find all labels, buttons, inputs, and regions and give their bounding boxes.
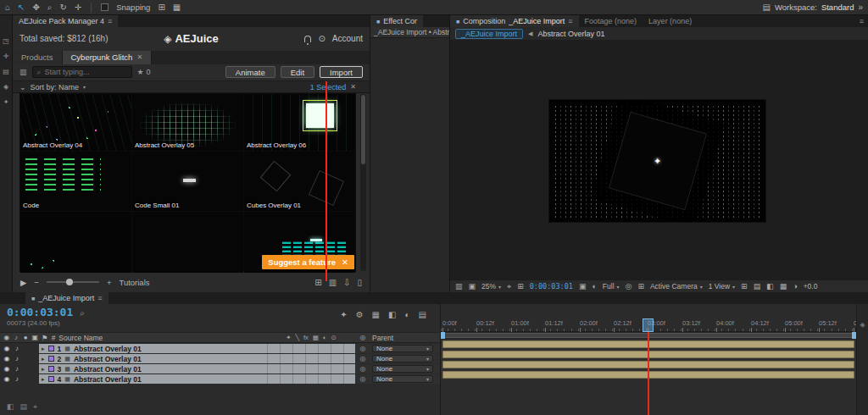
- magnification-dropdown[interactable]: 25% ▾: [481, 282, 501, 290]
- video-eye-icon[interactable]: ◉: [3, 365, 11, 373]
- work-area-bar[interactable]: [441, 332, 868, 339]
- dock-panel-icon[interactable]: ✦: [3, 98, 9, 106]
- exposure-reset-icon[interactable]: ◑: [793, 282, 797, 290]
- grid-guides-icon[interactable]: ⌖: [507, 282, 511, 291]
- hide-shy-layers-icon[interactable]: ▦: [372, 310, 380, 319]
- zoom-out-icon[interactable]: −: [34, 278, 39, 287]
- tab-effect-controls[interactable]: ■ Effect Cor: [370, 15, 423, 27]
- layer-switches[interactable]: [267, 344, 355, 353]
- pack-item-abstract-overlay-05[interactable]: Abstract Overlay 05: [132, 94, 243, 151]
- pickwhip-icon[interactable]: ◎: [355, 374, 370, 384]
- video-eye-icon[interactable]: ◉: [3, 355, 11, 362]
- pack-item-code-small-01[interactable]: Code Small 01: [132, 152, 243, 211]
- download-icon[interactable]: ⇩: [343, 278, 350, 287]
- dock-panel-icon[interactable]: ✛: [3, 53, 9, 60]
- label-color-chip[interactable]: [48, 366, 54, 372]
- grid-scrollbar[interactable]: [360, 94, 366, 271]
- work-area-in-handle[interactable]: [441, 332, 445, 339]
- composition-mini-flowchart-icon[interactable]: ✦: [340, 310, 347, 319]
- layer-row-2[interactable]: ◉ ♪ ▸ 2 ▦ Abstract Overlay 01 ◎ Non: [0, 354, 440, 363]
- trash-icon[interactable]: ▯: [357, 278, 362, 287]
- resolution-dropdown[interactable]: Full ▾: [603, 282, 620, 290]
- frame-blending-icon[interactable]: ◧: [388, 310, 396, 319]
- always-preview-icon[interactable]: ▥: [455, 282, 463, 290]
- parent-dropdown[interactable]: None ▾: [372, 355, 433, 362]
- motion-blur-icon[interactable]: ◐: [405, 310, 410, 319]
- mask-visibility-icon[interactable]: ⊞: [517, 282, 524, 290]
- panel-menu-icon[interactable]: ≡: [108, 17, 112, 25]
- layer-row-3[interactable]: ◉ ♪ ▸ 3 ▦ Abstract Overlay 01 ◎ Non: [0, 364, 440, 374]
- animate-button[interactable]: Animate: [225, 66, 275, 78]
- current-time-button[interactable]: 0:00:03:01: [530, 282, 573, 290]
- parent-dropdown[interactable]: None ▾: [372, 375, 433, 383]
- pack-item-code[interactable]: Code: [20, 152, 131, 211]
- twirl-icon[interactable]: ▸: [42, 356, 45, 362]
- close-icon[interactable]: ✕: [342, 257, 348, 267]
- video-eye-icon[interactable]: ◉: [3, 345, 11, 352]
- panel-menu-icon[interactable]: ≡: [568, 17, 572, 25]
- view-layout-dropdown[interactable]: 1 View ▾: [709, 282, 735, 290]
- tab-layer[interactable]: Layer (none): [643, 15, 698, 27]
- pan-behind-tool-icon[interactable]: ✛: [75, 3, 81, 12]
- layer-name-cell[interactable]: ▸ 2 ▦ Abstract Overlay 01: [39, 354, 267, 363]
- hand-tool-icon[interactable]: ✥: [32, 3, 39, 12]
- pack-item-abstract-overlay-04[interactable]: Abstract Overlay 04: [20, 94, 131, 151]
- close-tab-icon[interactable]: ✕: [136, 53, 142, 61]
- pack-item-abstract-overlay-06[interactable]: Abstract Overlay 06: [244, 94, 355, 151]
- pixel-aspect-icon[interactable]: ⊞: [741, 282, 748, 290]
- pack-item-row3-1[interactable]: [20, 212, 131, 273]
- time-ruler[interactable]: 0:00f 00:12f 01:00f 01:12f 02:00f 02:12f…: [441, 318, 868, 332]
- active-camera-dropdown[interactable]: Active Camera ▾: [650, 282, 703, 290]
- audio-speaker-icon[interactable]: ♪: [13, 365, 21, 373]
- clear-selection-icon[interactable]: ✕: [350, 83, 356, 91]
- exposure-value[interactable]: +0.0: [804, 282, 818, 290]
- expand-in-out-icon[interactable]: ⌖: [33, 402, 37, 412]
- grid-scrollbar-thumb[interactable]: [361, 95, 365, 164]
- zoom-tool-icon[interactable]: ⌕: [47, 3, 53, 13]
- current-timecode[interactable]: 0:00:03:01: [7, 307, 73, 318]
- pack-item-cubes-overlay-01[interactable]: Cubes Overlay 01: [244, 152, 355, 211]
- flowchart-icon[interactable]: ▦: [780, 282, 787, 290]
- home-icon[interactable]: ⌂: [5, 3, 10, 12]
- draft-3d-icon[interactable]: ⚙: [356, 310, 364, 319]
- tab-timeline-aejuice-import[interactable]: ■ _AEJuice Import ≡: [25, 292, 108, 304]
- twirl-icon[interactable]: ▸: [42, 366, 45, 373]
- label-color-chip[interactable]: [48, 346, 54, 351]
- timeline-button-icon[interactable]: ◧: [766, 282, 774, 290]
- layer-row-4[interactable]: ◉ ♪ ▸ 4 ▦ Abstract Overlay 01 ◎ Non: [0, 374, 440, 384]
- favorites-filter[interactable]: ★ 0: [137, 68, 151, 76]
- notifications-bell-icon[interactable]: [304, 36, 311, 42]
- layer-name-cell[interactable]: ▸ 3 ▦ Abstract Overlay 01: [39, 364, 267, 374]
- graph-editor-icon[interactable]: ▤: [419, 310, 426, 319]
- twirl-icon[interactable]: ▸: [42, 346, 45, 352]
- import-button[interactable]: Import: [320, 66, 363, 78]
- pickwhip-icon[interactable]: ◎: [355, 354, 370, 363]
- composition-marker-icon[interactable]: ◈: [860, 321, 865, 329]
- twirl-icon[interactable]: ▸: [42, 376, 45, 383]
- account-button[interactable]: Account: [332, 34, 363, 43]
- expand-layer-switches-icon[interactable]: ◧: [7, 402, 14, 412]
- parent-dropdown[interactable]: None ▾: [372, 365, 433, 373]
- channels-icon[interactable]: ◐: [592, 282, 596, 290]
- label-color-chip[interactable]: [48, 376, 54, 382]
- workspace-value[interactable]: Standard: [821, 3, 854, 12]
- composition-viewport[interactable]: ✦: [450, 41, 868, 279]
- slider-knob[interactable]: [66, 279, 73, 285]
- layer-switches[interactable]: [267, 354, 355, 363]
- current-time-indicator-handle[interactable]: [643, 318, 654, 332]
- tab-aejuice-pack-manager[interactable]: AEJuice Pack Manager 4 ≡: [13, 15, 118, 27]
- dock-panel-icon[interactable]: ◳: [3, 37, 9, 45]
- layer-name-cell[interactable]: ▸ 1 ▦ Abstract Overlay 01: [39, 344, 267, 353]
- audio-speaker-icon[interactable]: ♪: [13, 375, 21, 383]
- audio-speaker-icon[interactable]: ♪: [13, 345, 21, 352]
- grid-view-icon[interactable]: ⊞: [314, 278, 321, 287]
- layer-switches[interactable]: [267, 364, 355, 374]
- current-time-indicator-line[interactable]: [648, 332, 649, 415]
- dock-panel-icon[interactable]: ◈: [3, 83, 8, 91]
- play-preview-icon[interactable]: ▶: [20, 278, 26, 287]
- video-eye-icon[interactable]: ◉: [3, 375, 11, 383]
- panel-menu-icon[interactable]: ≡: [97, 294, 102, 302]
- view-toggle-icon[interactable]: ▥: [19, 68, 27, 76]
- expand-transfer-controls-icon[interactable]: ▤: [20, 402, 28, 412]
- suggest-feature-button[interactable]: Suggest a feature ✕: [262, 255, 354, 269]
